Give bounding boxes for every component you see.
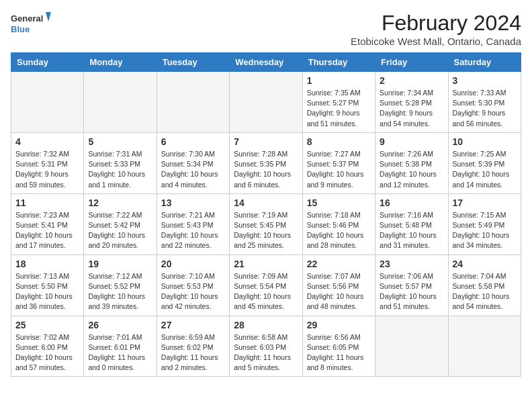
day-number: 10 [453,136,517,147]
day-number: 6 [161,136,225,147]
day-cell: 25Sunrise: 7:02 AM Sunset: 6:00 PM Dayli… [11,316,84,377]
svg-marker-2 [46,12,51,21]
day-cell: 11Sunrise: 7:23 AM Sunset: 5:41 PM Dayli… [11,193,84,255]
title-block: February 2024 Etobicoke West Mall, Ontar… [351,11,521,47]
day-info: Sunrise: 7:33 AM Sunset: 5:30 PM Dayligh… [453,88,517,129]
day-info: Sunrise: 7:28 AM Sunset: 5:35 PM Dayligh… [234,149,298,190]
day-info: Sunrise: 7:23 AM Sunset: 5:41 PM Dayligh… [15,210,79,251]
day-number: 15 [307,197,371,208]
day-info: Sunrise: 7:16 AM Sunset: 5:48 PM Dayligh… [380,210,443,251]
svg-text:Blue: Blue [11,24,30,34]
day-info: Sunrise: 7:12 AM Sunset: 5:52 PM Dayligh… [88,271,152,312]
day-cell: 15Sunrise: 7:18 AM Sunset: 5:46 PM Dayli… [302,193,375,255]
day-cell: 10Sunrise: 7:25 AM Sunset: 5:39 PM Dayli… [448,132,521,193]
day-info: Sunrise: 7:06 AM Sunset: 5:57 PM Dayligh… [380,271,443,312]
subtitle: Etobicoke West Mall, Ontario, Canada [351,36,521,47]
day-info: Sunrise: 7:18 AM Sunset: 5:46 PM Dayligh… [307,210,371,251]
day-number: 28 [234,320,298,330]
day-number: 18 [15,259,79,269]
day-number: 16 [380,197,443,208]
day-cell [157,72,229,133]
day-cell: 20Sunrise: 7:10 AM Sunset: 5:53 PM Dayli… [157,255,229,316]
day-cell: 29Sunrise: 6:56 AM Sunset: 6:05 PM Dayli… [302,316,375,377]
day-cell: 28Sunrise: 6:58 AM Sunset: 6:03 PM Dayli… [230,316,302,377]
day-number: 8 [307,136,371,147]
day-info: Sunrise: 7:15 AM Sunset: 5:49 PM Dayligh… [453,210,517,251]
day-info: Sunrise: 6:58 AM Sunset: 6:03 PM Dayligh… [234,332,298,373]
col-header-monday: Monday [84,53,157,72]
day-cell: 6Sunrise: 7:30 AM Sunset: 5:34 PM Daylig… [157,132,229,193]
day-number: 3 [453,75,517,86]
day-cell: 16Sunrise: 7:16 AM Sunset: 5:48 PM Dayli… [375,193,448,255]
day-cell: 18Sunrise: 7:13 AM Sunset: 5:50 PM Dayli… [11,255,84,316]
calendar-header: SundayMondayTuesdayWednesdayThursdayFrid… [11,53,521,72]
day-number: 26 [88,320,152,330]
day-cell [448,316,521,377]
week-row-3: 11Sunrise: 7:23 AM Sunset: 5:41 PM Dayli… [11,193,521,255]
week-row-5: 25Sunrise: 7:02 AM Sunset: 6:00 PM Dayli… [11,316,521,377]
day-cell: 4Sunrise: 7:32 AM Sunset: 5:31 PM Daylig… [11,132,84,193]
day-cell: 22Sunrise: 7:07 AM Sunset: 5:56 PM Dayli… [302,255,375,316]
day-number: 27 [161,320,225,330]
day-info: Sunrise: 7:31 AM Sunset: 5:33 PM Dayligh… [88,149,152,190]
col-header-tuesday: Tuesday [157,53,229,72]
day-cell: 5Sunrise: 7:31 AM Sunset: 5:33 PM Daylig… [84,132,157,193]
day-info: Sunrise: 7:04 AM Sunset: 5:58 PM Dayligh… [453,271,517,312]
day-info: Sunrise: 7:35 AM Sunset: 5:27 PM Dayligh… [307,88,371,129]
week-row-2: 4Sunrise: 7:32 AM Sunset: 5:31 PM Daylig… [11,132,521,193]
day-info: Sunrise: 7:21 AM Sunset: 5:43 PM Dayligh… [161,210,225,251]
day-number: 22 [307,259,371,269]
day-number: 13 [161,197,225,208]
day-number: 21 [234,259,298,269]
day-number: 9 [380,136,443,147]
day-cell [11,72,84,133]
day-cell [375,316,448,377]
col-header-sunday: Sunday [11,53,84,72]
main-title: February 2024 [351,11,521,36]
day-info: Sunrise: 7:26 AM Sunset: 5:38 PM Dayligh… [380,149,443,190]
day-number: 1 [307,75,371,86]
day-number: 19 [88,259,152,269]
day-number: 5 [88,136,152,147]
day-cell: 7Sunrise: 7:28 AM Sunset: 5:35 PM Daylig… [230,132,302,193]
day-cell: 19Sunrise: 7:12 AM Sunset: 5:52 PM Dayli… [84,255,157,316]
day-cell: 3Sunrise: 7:33 AM Sunset: 5:30 PM Daylig… [448,72,521,133]
day-number: 20 [161,259,225,269]
day-cell [84,72,157,133]
day-cell: 17Sunrise: 7:15 AM Sunset: 5:49 PM Dayli… [448,193,521,255]
day-number: 17 [453,197,517,208]
day-cell: 1Sunrise: 7:35 AM Sunset: 5:27 PM Daylig… [302,72,375,133]
day-info: Sunrise: 6:59 AM Sunset: 6:02 PM Dayligh… [161,332,225,373]
day-number: 12 [88,197,152,208]
day-cell: 13Sunrise: 7:21 AM Sunset: 5:43 PM Dayli… [157,193,229,255]
day-cell: 9Sunrise: 7:26 AM Sunset: 5:38 PM Daylig… [375,132,448,193]
calendar-table: SundayMondayTuesdayWednesdayThursdayFrid… [11,52,521,377]
page-header: General Blue February 2024 Etobicoke Wes… [11,11,521,47]
day-info: Sunrise: 6:56 AM Sunset: 6:05 PM Dayligh… [307,332,371,373]
day-cell: 14Sunrise: 7:19 AM Sunset: 5:45 PM Dayli… [230,193,302,255]
day-info: Sunrise: 7:32 AM Sunset: 5:31 PM Dayligh… [15,149,79,190]
day-cell: 26Sunrise: 7:01 AM Sunset: 6:01 PM Dayli… [84,316,157,377]
day-info: Sunrise: 7:09 AM Sunset: 5:54 PM Dayligh… [234,271,298,312]
day-number: 7 [234,136,298,147]
day-cell: 27Sunrise: 6:59 AM Sunset: 6:02 PM Dayli… [157,316,229,377]
day-cell [230,72,302,133]
logo: General Blue [11,11,51,38]
day-info: Sunrise: 7:13 AM Sunset: 5:50 PM Dayligh… [15,271,79,312]
day-cell: 23Sunrise: 7:06 AM Sunset: 5:57 PM Dayli… [375,255,448,316]
day-cell: 2Sunrise: 7:34 AM Sunset: 5:28 PM Daylig… [375,72,448,133]
week-row-4: 18Sunrise: 7:13 AM Sunset: 5:50 PM Dayli… [11,255,521,316]
col-header-wednesday: Wednesday [230,53,302,72]
day-cell: 12Sunrise: 7:22 AM Sunset: 5:42 PM Dayli… [84,193,157,255]
day-info: Sunrise: 7:34 AM Sunset: 5:28 PM Dayligh… [380,88,443,129]
day-number: 14 [234,197,298,208]
day-number: 23 [380,259,443,269]
day-number: 25 [15,320,79,330]
day-info: Sunrise: 7:27 AM Sunset: 5:37 PM Dayligh… [307,149,371,190]
col-header-saturday: Saturday [448,53,521,72]
svg-text:General: General [11,13,43,24]
day-info: Sunrise: 7:25 AM Sunset: 5:39 PM Dayligh… [453,149,517,190]
day-info: Sunrise: 7:01 AM Sunset: 6:01 PM Dayligh… [88,332,152,373]
day-cell: 21Sunrise: 7:09 AM Sunset: 5:54 PM Dayli… [230,255,302,316]
day-info: Sunrise: 7:07 AM Sunset: 5:56 PM Dayligh… [307,271,371,312]
